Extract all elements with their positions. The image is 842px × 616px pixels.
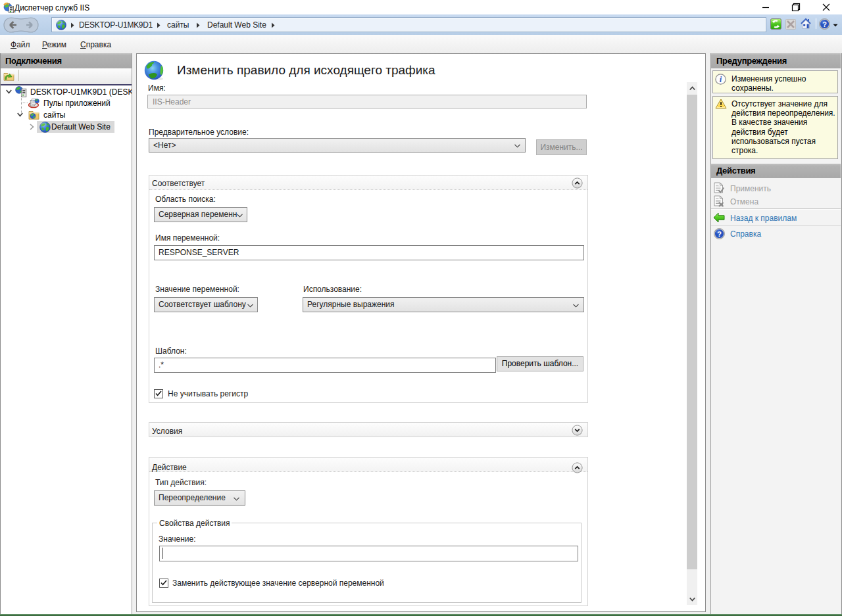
svg-text:?: ?: [822, 20, 827, 28]
svg-text:i: i: [720, 75, 722, 84]
svg-text:?: ?: [717, 230, 722, 238]
